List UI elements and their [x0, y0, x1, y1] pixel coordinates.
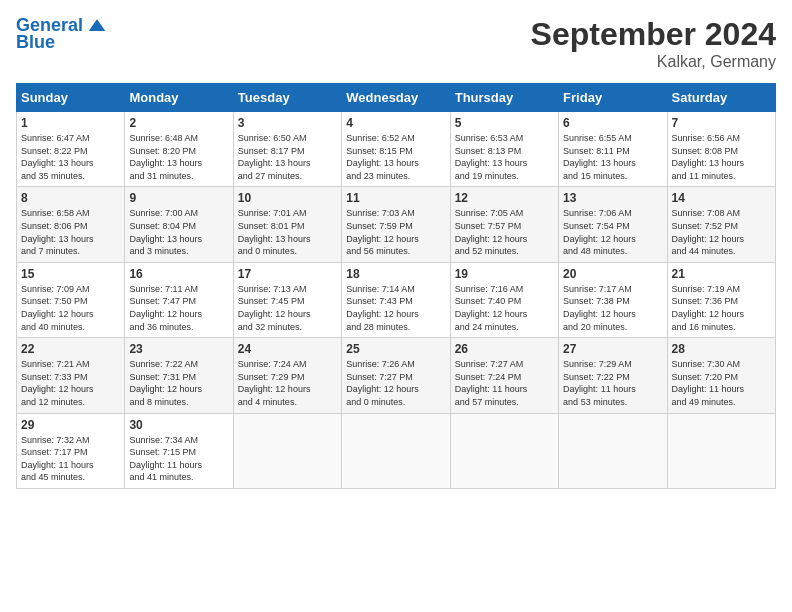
location: Kalkar, Germany	[531, 53, 776, 71]
table-row: 15Sunrise: 7:09 AMSunset: 7:50 PMDayligh…	[17, 262, 125, 337]
title-block: September 2024 Kalkar, Germany	[531, 16, 776, 71]
logo: General Blue	[16, 16, 107, 53]
table-row: 12Sunrise: 7:05 AMSunset: 7:57 PMDayligh…	[450, 187, 558, 262]
table-row: 23Sunrise: 7:22 AMSunset: 7:31 PMDayligh…	[125, 338, 233, 413]
col-wednesday: Wednesday	[342, 84, 450, 112]
week-row-0: 1Sunrise: 6:47 AMSunset: 8:22 PMDaylight…	[17, 112, 776, 187]
week-row-4: 29Sunrise: 7:32 AMSunset: 7:17 PMDayligh…	[17, 413, 776, 488]
table-row	[559, 413, 667, 488]
week-row-1: 8Sunrise: 6:58 AMSunset: 8:06 PMDaylight…	[17, 187, 776, 262]
table-row: 29Sunrise: 7:32 AMSunset: 7:17 PMDayligh…	[17, 413, 125, 488]
table-row: 6Sunrise: 6:55 AMSunset: 8:11 PMDaylight…	[559, 112, 667, 187]
week-row-3: 22Sunrise: 7:21 AMSunset: 7:33 PMDayligh…	[17, 338, 776, 413]
col-tuesday: Tuesday	[233, 84, 341, 112]
table-row: 30Sunrise: 7:34 AMSunset: 7:15 PMDayligh…	[125, 413, 233, 488]
table-row: 4Sunrise: 6:52 AMSunset: 8:15 PMDaylight…	[342, 112, 450, 187]
col-friday: Friday	[559, 84, 667, 112]
calendar-header: General Blue September 2024 Kalkar, Germ…	[16, 16, 776, 71]
table-row	[342, 413, 450, 488]
table-row	[667, 413, 775, 488]
table-row: 21Sunrise: 7:19 AMSunset: 7:36 PMDayligh…	[667, 262, 775, 337]
table-row	[233, 413, 341, 488]
table-row: 26Sunrise: 7:27 AMSunset: 7:24 PMDayligh…	[450, 338, 558, 413]
table-row: 3Sunrise: 6:50 AMSunset: 8:17 PMDaylight…	[233, 112, 341, 187]
table-row: 10Sunrise: 7:01 AMSunset: 8:01 PMDayligh…	[233, 187, 341, 262]
table-row: 7Sunrise: 6:56 AMSunset: 8:08 PMDaylight…	[667, 112, 775, 187]
table-row: 18Sunrise: 7:14 AMSunset: 7:43 PMDayligh…	[342, 262, 450, 337]
table-row: 17Sunrise: 7:13 AMSunset: 7:45 PMDayligh…	[233, 262, 341, 337]
table-row: 27Sunrise: 7:29 AMSunset: 7:22 PMDayligh…	[559, 338, 667, 413]
table-row: 20Sunrise: 7:17 AMSunset: 7:38 PMDayligh…	[559, 262, 667, 337]
table-row	[450, 413, 558, 488]
month-title: September 2024	[531, 16, 776, 53]
table-row: 22Sunrise: 7:21 AMSunset: 7:33 PMDayligh…	[17, 338, 125, 413]
table-row: 24Sunrise: 7:24 AMSunset: 7:29 PMDayligh…	[233, 338, 341, 413]
table-row: 19Sunrise: 7:16 AMSunset: 7:40 PMDayligh…	[450, 262, 558, 337]
logo-icon	[87, 16, 107, 36]
table-row: 25Sunrise: 7:26 AMSunset: 7:27 PMDayligh…	[342, 338, 450, 413]
table-row: 1Sunrise: 6:47 AMSunset: 8:22 PMDaylight…	[17, 112, 125, 187]
table-row: 5Sunrise: 6:53 AMSunset: 8:13 PMDaylight…	[450, 112, 558, 187]
table-row: 11Sunrise: 7:03 AMSunset: 7:59 PMDayligh…	[342, 187, 450, 262]
svg-marker-0	[89, 19, 106, 31]
calendar-table: Sunday Monday Tuesday Wednesday Thursday…	[16, 83, 776, 489]
col-saturday: Saturday	[667, 84, 775, 112]
col-thursday: Thursday	[450, 84, 558, 112]
calendar-container: General Blue September 2024 Kalkar, Germ…	[0, 0, 792, 497]
table-row: 28Sunrise: 7:30 AMSunset: 7:20 PMDayligh…	[667, 338, 775, 413]
col-sunday: Sunday	[17, 84, 125, 112]
calendar-body: 1Sunrise: 6:47 AMSunset: 8:22 PMDaylight…	[17, 112, 776, 489]
table-row: 9Sunrise: 7:00 AMSunset: 8:04 PMDaylight…	[125, 187, 233, 262]
table-row: 2Sunrise: 6:48 AMSunset: 8:20 PMDaylight…	[125, 112, 233, 187]
col-monday: Monday	[125, 84, 233, 112]
table-row: 13Sunrise: 7:06 AMSunset: 7:54 PMDayligh…	[559, 187, 667, 262]
column-header-row: Sunday Monday Tuesday Wednesday Thursday…	[17, 84, 776, 112]
table-row: 14Sunrise: 7:08 AMSunset: 7:52 PMDayligh…	[667, 187, 775, 262]
table-row: 16Sunrise: 7:11 AMSunset: 7:47 PMDayligh…	[125, 262, 233, 337]
table-row: 8Sunrise: 6:58 AMSunset: 8:06 PMDaylight…	[17, 187, 125, 262]
week-row-2: 15Sunrise: 7:09 AMSunset: 7:50 PMDayligh…	[17, 262, 776, 337]
